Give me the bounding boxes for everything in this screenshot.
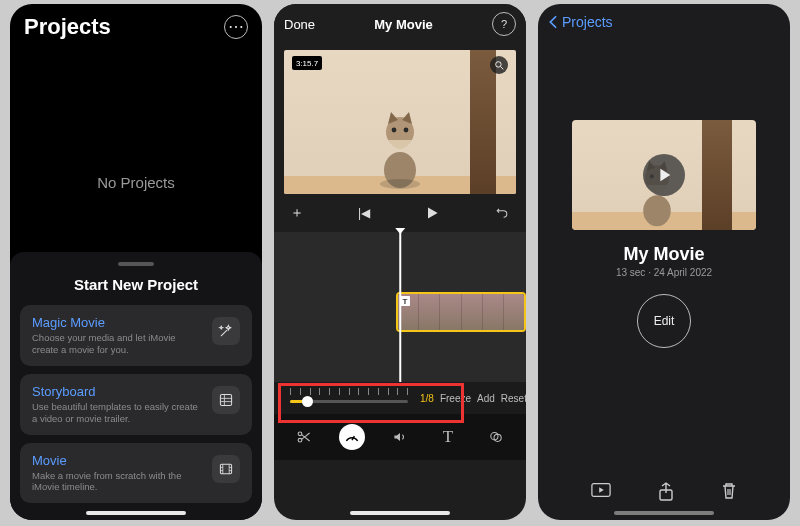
volume-icon[interactable] <box>387 424 413 450</box>
home-indicator[interactable] <box>350 511 450 515</box>
add-media-icon[interactable]: ＋ <box>290 204 304 222</box>
titles-icon[interactable]: T <box>435 424 461 450</box>
svg-point-7 <box>495 61 501 67</box>
home-indicator[interactable] <box>86 511 186 515</box>
play-fullscreen-icon[interactable] <box>591 482 611 502</box>
svg-point-5 <box>404 128 409 133</box>
project-subtitle: 13 sec · 24 April 2022 <box>538 267 790 278</box>
svg-rect-1 <box>220 464 231 474</box>
cat-illustration <box>368 90 432 190</box>
magic-wand-icon <box>212 317 240 345</box>
chevron-left-icon <box>548 15 558 29</box>
svg-point-12 <box>643 195 671 226</box>
transport-bar: ＋ |◀ <box>274 194 526 232</box>
playhead[interactable] <box>399 232 401 382</box>
no-projects-label: No Projects <box>10 174 262 191</box>
selected-clip[interactable]: T <box>396 292 526 332</box>
help-icon[interactable]: ? <box>492 12 516 36</box>
option-subtitle: Choose your media and let iMovie create … <box>32 332 202 356</box>
project-detail-screen: Projects My Movie 13 sec · 24 April 2022… <box>538 4 790 520</box>
projects-screen: Projects No Projects Start New Project M… <box>10 4 262 520</box>
movie-title: My Movie <box>374 17 433 32</box>
sheet-title: Start New Project <box>20 276 252 293</box>
svg-point-4 <box>392 128 397 133</box>
play-icon[interactable] <box>424 205 440 221</box>
option-title: Movie <box>32 453 202 468</box>
edit-button[interactable]: Edit <box>637 294 691 348</box>
scissors-icon[interactable] <box>291 424 317 450</box>
option-movie[interactable]: Movie Make a movie from scratch with the… <box>20 443 252 504</box>
speed-control-row: 1/8 Freeze Add Reset <box>274 382 526 414</box>
more-options-icon[interactable] <box>224 15 248 39</box>
share-icon[interactable] <box>658 482 674 502</box>
option-subtitle: Use beautiful templates to easily create… <box>32 401 202 425</box>
filters-icon[interactable] <box>483 424 509 450</box>
title-marker-icon: T <box>400 296 410 306</box>
svg-point-9 <box>298 438 302 442</box>
reset-button[interactable]: Reset <box>501 393 526 404</box>
sheet-grabber[interactable] <box>118 262 154 266</box>
freeze-button[interactable]: Freeze <box>440 393 471 404</box>
add-button[interactable]: Add <box>477 393 495 404</box>
zoom-icon[interactable] <box>490 56 508 74</box>
speedometer-icon[interactable] <box>339 424 365 450</box>
done-button[interactable]: Done <box>284 17 315 32</box>
undo-icon[interactable] <box>494 205 510 221</box>
video-preview[interactable]: 3:15.7 <box>284 50 516 194</box>
slider-thumb[interactable] <box>302 396 313 407</box>
projects-title: Projects <box>24 14 111 40</box>
option-title: Magic Movie <box>32 315 202 330</box>
timeline[interactable]: T <box>274 232 526 382</box>
trash-icon[interactable] <box>721 482 737 502</box>
tool-bar: T <box>274 414 526 460</box>
speed-value: 1/8 <box>420 393 434 404</box>
project-thumbnail[interactable] <box>572 120 756 230</box>
svg-rect-0 <box>220 394 231 405</box>
svg-point-6 <box>380 179 420 189</box>
svg-point-8 <box>298 432 302 436</box>
option-subtitle: Make a movie from scratch with the iMovi… <box>32 470 202 494</box>
film-icon <box>212 455 240 483</box>
option-magic-movie[interactable]: Magic Movie Choose your media and let iM… <box>20 305 252 366</box>
option-storyboard[interactable]: Storyboard Use beautiful templates to ea… <box>20 374 252 435</box>
project-title: My Movie <box>538 244 790 265</box>
editor-screen: Done My Movie ? 3:15.7 ＋ |◀ <box>274 4 526 520</box>
storyboard-icon <box>212 386 240 414</box>
prev-frame-icon[interactable]: |◀ <box>358 206 370 220</box>
home-indicator[interactable] <box>614 511 714 515</box>
back-button[interactable]: Projects <box>538 4 790 40</box>
option-title: Storyboard <box>32 384 202 399</box>
speed-slider[interactable] <box>290 388 408 408</box>
play-overlay-icon[interactable] <box>643 154 685 196</box>
back-label: Projects <box>562 14 613 30</box>
clip-duration-badge: 3:15.7 <box>292 56 322 70</box>
new-project-sheet: Start New Project Magic Movie Choose you… <box>10 252 262 520</box>
